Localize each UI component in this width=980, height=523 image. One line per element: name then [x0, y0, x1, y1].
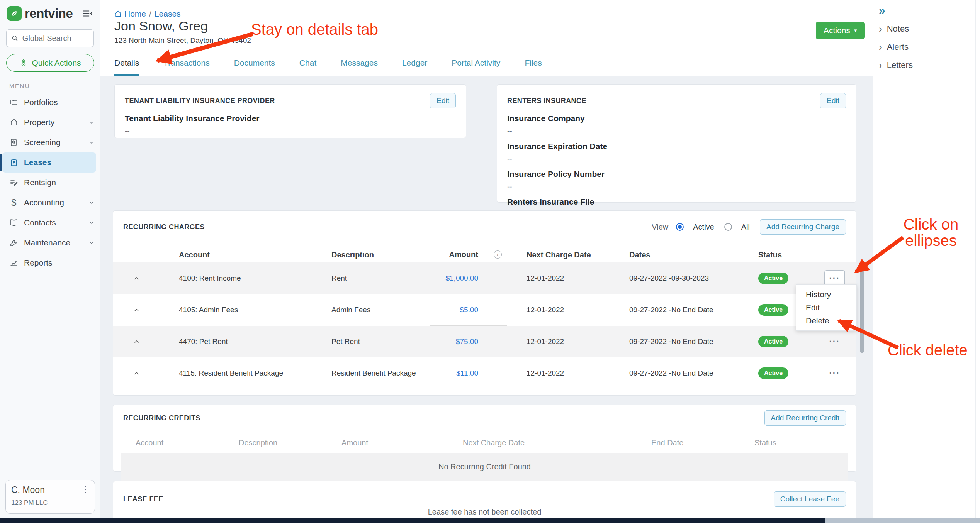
panel-item-letters[interactable]: › Letters [873, 56, 975, 74]
field-value: -- [507, 127, 846, 135]
tab-files[interactable]: Files [525, 58, 542, 76]
tab-ledger[interactable]: Ledger [402, 58, 427, 76]
tab-messages[interactable]: Messages [341, 58, 378, 76]
panel-item-label: Letters [887, 60, 913, 70]
user-menu-kebab-icon[interactable]: ⋮ [81, 484, 90, 495]
sidebar-item-rentsign[interactable]: Rentsign [0, 173, 100, 193]
sidebar-item-screening[interactable]: Screening [0, 132, 100, 152]
breadcrumb-leases-link[interactable]: Leases [155, 9, 181, 19]
breadcrumb: Home / Leases [114, 9, 181, 19]
status-badge: Active [758, 273, 788, 284]
panel-collapse-icon[interactable]: » [873, 0, 975, 20]
sidebar-item-accounting[interactable]: $ Accounting [0, 193, 100, 213]
document-search-icon [9, 138, 19, 147]
collapse-row-icon[interactable] [113, 307, 160, 313]
table-row[interactable]: 4105: Admin Fees Admin Fees $5.00 12-01-… [113, 294, 856, 326]
actions-button[interactable]: Actions ▾ [816, 22, 865, 39]
page-header: Home / Leases Jon Snow, Greg 123 North M… [100, 0, 873, 76]
row-actions-context-menu: History Edit Delete [796, 284, 857, 331]
horizontal-scrollbar[interactable] [0, 518, 980, 523]
horizontal-scrollbar-thumb[interactable] [0, 518, 825, 523]
chevron-down-icon [88, 200, 95, 206]
field-value: -- [125, 127, 456, 135]
search-input[interactable] [22, 34, 89, 43]
collapse-row-icon[interactable] [113, 276, 160, 281]
amount-link[interactable]: $5.00 [430, 294, 488, 326]
table-row[interactable]: 4100: Rent Income Rent $1,000.00 12-01-2… [113, 262, 856, 294]
menu-item-delete[interactable]: Delete [796, 314, 856, 327]
field-label: Insurance Policy Number [507, 169, 846, 179]
dates-cell: 09-27-2022 -No End Date [600, 369, 754, 377]
annotation-click-ellipses: Click on ellipses [900, 216, 962, 249]
wrench-icon [9, 238, 19, 247]
sidebar-item-maintenance[interactable]: Maintenance [0, 233, 100, 253]
row-actions-ellipsis-button[interactable]: ··· [829, 337, 840, 347]
edit-tenant-liability-button[interactable]: Edit [430, 93, 456, 108]
column-header-amount: Amount [318, 438, 376, 447]
menu-item-history[interactable]: History [796, 288, 856, 301]
charges-table-header: Account Description Amount i Next Charge… [113, 247, 856, 262]
annotation-stay-on-details: Stay on details tab [251, 21, 378, 37]
tenant-liability-card: TENANT LIABILITY INSURANCE PROVIDER Edit… [114, 84, 466, 138]
user-card[interactable]: C. Moon 123 PM LLC ⋮ [5, 480, 95, 514]
description-cell: Rent [306, 274, 430, 283]
panel-item-notes[interactable]: › Notes [873, 20, 975, 38]
amount-link[interactable]: $11.00 [430, 357, 488, 389]
panel-item-label: Alerts [887, 42, 909, 52]
next-charge-date-cell: 12-01-2022 [507, 274, 600, 283]
row-actions-ellipsis-button[interactable]: ··· [824, 270, 845, 286]
home-icon [114, 10, 122, 18]
lease-fee-card: LEASE FEE Collect Lease Fee Lease fee ha… [113, 481, 856, 518]
tab-details[interactable]: Details [114, 58, 139, 76]
tab-documents[interactable]: Documents [234, 58, 275, 76]
empty-credits-message: No Recurring Credit Found [121, 453, 848, 481]
sidebar-item-reports[interactable]: Reports [0, 253, 100, 273]
add-recurring-credit-button[interactable]: Add Recurring Credit [764, 410, 846, 426]
field-label: Tenant Liability Insurance Provider [125, 114, 456, 123]
view-active-radio[interactable] [676, 223, 684, 231]
section-title: LEASE FEE [123, 495, 163, 503]
tab-portal-activity[interactable]: Portal Activity [452, 58, 500, 76]
sidebar-item-contacts[interactable]: Contacts [0, 213, 100, 233]
chevron-down-icon [88, 119, 95, 125]
edit-renters-insurance-button[interactable]: Edit [820, 93, 846, 108]
table-row[interactable]: 4115: Resident Benefit Package Resident … [113, 357, 856, 389]
vertical-scrollbar-thumb[interactable] [860, 262, 864, 353]
field-label: Insurance Company [507, 114, 846, 123]
dates-cell: 09-27-2022 -No End Date [600, 306, 754, 314]
collapse-row-icon[interactable] [113, 339, 160, 345]
add-recurring-charge-button[interactable]: Add Recurring Charge [760, 219, 846, 235]
column-header-next-charge-date: Next Charge Date [507, 250, 600, 259]
house-icon [9, 118, 19, 127]
amount-link[interactable]: $75.00 [430, 326, 488, 357]
tab-transactions[interactable]: Transactions [163, 58, 209, 76]
user-name: C. Moon [11, 485, 89, 495]
menu-item-edit[interactable]: Edit [796, 301, 856, 314]
quick-actions-button[interactable]: Quick Actions [6, 54, 94, 72]
recurring-credits-card: RECURRING CREDITS Add Recurring Credit A… [113, 405, 856, 472]
next-charge-date-cell: 12-01-2022 [507, 369, 600, 377]
clipboard-icon [9, 158, 19, 167]
tab-bar: Details Transactions Documents Chat Mess… [114, 58, 542, 76]
table-row[interactable]: 4470: Pet Rent Pet Rent $75.00 12-01-202… [113, 326, 856, 357]
amount-link[interactable]: $1,000.00 [430, 262, 488, 294]
sidebar-item-label: Rentsign [24, 178, 56, 187]
row-actions-ellipsis-button[interactable]: ··· [829, 368, 840, 378]
sidebar-item-property[interactable]: Property [0, 112, 100, 132]
quick-actions-label: Quick Actions [32, 58, 81, 68]
panel-item-alerts[interactable]: › Alerts [873, 38, 975, 56]
sidebar-item-portfolios[interactable]: Portfolios [0, 92, 100, 112]
collect-lease-fee-button[interactable]: Collect Lease Fee [774, 491, 846, 507]
view-all-radio[interactable] [724, 223, 732, 231]
global-search[interactable] [6, 29, 94, 47]
field-label: Renters Insurance File [507, 197, 846, 206]
sidebar-item-label: Reports [24, 258, 53, 267]
sidebar-collapse-icon[interactable] [82, 8, 93, 19]
breadcrumb-home-link[interactable]: Home [114, 9, 146, 19]
info-icon[interactable]: i [494, 250, 502, 259]
collapse-row-icon[interactable] [113, 371, 160, 376]
sidebar-item-leases[interactable]: Leases [2, 152, 96, 173]
brand-name: rentvine [25, 6, 73, 21]
account-cell: 4100: Rent Income [160, 274, 306, 283]
tab-chat[interactable]: Chat [299, 58, 316, 76]
